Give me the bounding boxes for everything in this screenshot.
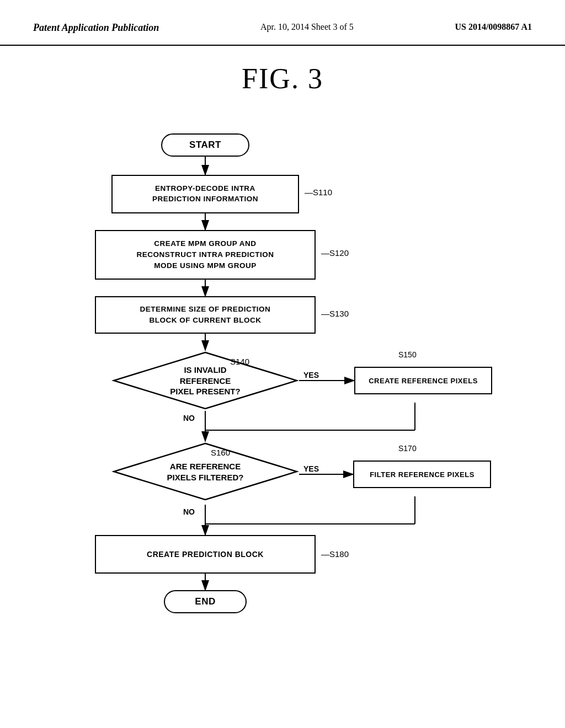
s120-box: CREATE MPM GROUP ANDRECONSTRUCT INTRA PR… <box>95 230 316 280</box>
s170-label: S170 <box>398 444 417 453</box>
end-box: END <box>164 590 247 613</box>
s110-label: —S110 <box>305 188 332 197</box>
s130-label: —S130 <box>321 309 349 318</box>
main-content: FIG. 3 <box>0 46 565 674</box>
s140-yes-label: YES <box>303 371 319 379</box>
s150-label: S150 <box>398 350 417 359</box>
s160-label: S160 <box>211 448 230 457</box>
s170-box: FILTER REFERENCE PIXELS <box>353 461 491 488</box>
s140-diamond: IS INVALID REFERENCEPIXEL PRESENT? <box>111 350 299 411</box>
s180-box: CREATE PREDICTION BLOCK <box>95 535 316 574</box>
start-box: START <box>161 133 249 157</box>
flowchart: START ENTROPY-DECODE INTRAPREDICTION INF… <box>34 122 531 674</box>
s140-label: S140 <box>230 357 249 366</box>
date-sheet-label: Apr. 10, 2014 Sheet 3 of 5 <box>260 22 354 32</box>
s160-text: ARE REFERENCEPIXELS FILTERED? <box>167 461 244 483</box>
s180-label: —S180 <box>321 549 349 559</box>
patent-number-label: US 2014/0098867 A1 <box>455 22 532 32</box>
s150-box: CREATE REFERENCE PIXELS <box>354 367 492 394</box>
s110-box: ENTROPY-DECODE INTRAPREDICTION INFORMATI… <box>111 175 299 213</box>
figure-title: FIG. 3 <box>242 62 323 95</box>
s160-yes-label: YES <box>303 464 319 473</box>
s140-no-label: NO <box>183 414 195 422</box>
s130-box: DETERMINE SIZE OF PREDICTIONBLOCK OF CUR… <box>95 296 316 334</box>
s140-text: IS INVALID REFERENCEPIXEL PRESENT? <box>158 365 252 397</box>
publication-label: Patent Application Publication <box>33 22 159 34</box>
s120-label: —S120 <box>321 248 349 258</box>
s160-no-label: NO <box>183 507 195 516</box>
s160-diamond: ARE REFERENCEPIXELS FILTERED? <box>111 441 299 502</box>
page-header: Patent Application Publication Apr. 10, … <box>0 0 565 46</box>
